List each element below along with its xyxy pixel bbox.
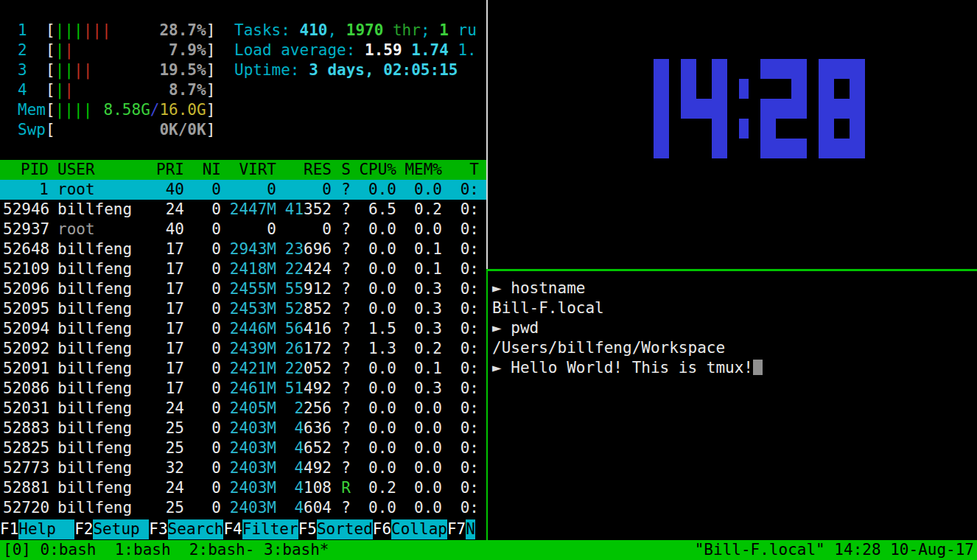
process-s: ? (332, 379, 351, 399)
process-cpu: 0.0 (351, 279, 396, 299)
res-low-digits: 852 (304, 300, 332, 318)
htop-pane[interactable]: 1 [||||||28.7%]2 [||7.9%]3 [||||19.5%]4 … (0, 0, 486, 540)
meter-value-part: 16.0G (159, 101, 206, 119)
clock-cell (791, 119, 807, 139)
res-low-digits: 424 (304, 260, 332, 278)
process-cpu: 0.0 (351, 239, 396, 259)
process-pid: 52092 (3, 339, 49, 359)
fnkey-f6-label[interactable]: Collap (391, 519, 447, 539)
res-high-digits: 4 (294, 479, 304, 497)
process-row[interactable]: 52773billfeng3202403M4492?0.00.00: (0, 458, 486, 478)
res-low-digits: 352 (304, 200, 332, 218)
terminal-pane[interactable]: ► hostnameBill-F.local► pwd/Users/billfe… (488, 271, 977, 540)
process-row[interactable]: 52086billfeng1702461M51492?0.00.30: (0, 379, 486, 399)
clock-cell (623, 139, 638, 158)
col-header-virt[interactable]: VIRT (221, 160, 276, 180)
process-pid: 52095 (3, 299, 49, 319)
res-low-digits: 492 (304, 379, 332, 397)
clock-cell (623, 99, 638, 119)
fnkey-f7[interactable]: F7 (447, 519, 466, 539)
process-cpu: 0.0 (351, 419, 396, 438)
col-header-time[interactable]: T (442, 160, 479, 180)
meter-bar-green: | (64, 61, 74, 79)
process-table[interactable]: PIDUSERPRINIVIRTRESSCPU%MEM%T1root40000?… (0, 160, 486, 518)
clock-pane[interactable] (488, 0, 977, 269)
process-row[interactable]: 52825billfeng2502403M4652?0.00.00: (0, 438, 486, 458)
process-pid: 52086 (3, 379, 49, 399)
process-pid: 52881 (3, 478, 49, 498)
process-row[interactable]: 52648billfeng1702943M23696?0.00.10: (0, 239, 486, 259)
fnkey-f3-label[interactable]: Search (168, 519, 224, 539)
clock-cell (696, 139, 712, 158)
process-mem: 0.3 (396, 379, 442, 399)
fnkey-f4[interactable]: F4 (223, 519, 242, 539)
col-header-res[interactable]: RES (276, 160, 332, 180)
process-row[interactable]: 52095billfeng1702453M52852?0.00.30: (0, 299, 486, 319)
clock-cell (638, 59, 654, 79)
process-row[interactable]: 52109billfeng1702418M22424?0.00.10: (0, 259, 486, 279)
process-row[interactable]: 52883billfeng2502403M4636?0.00.00: (0, 419, 486, 438)
terminal-cursor[interactable] (753, 360, 763, 375)
meter-bar-green: | (74, 21, 83, 39)
process-row[interactable]: 52091billfeng1702421M22052?0.00.10: (0, 359, 486, 379)
process-pid: 1 (3, 180, 49, 200)
process-time: 0: (442, 239, 479, 259)
process-user: billfeng (49, 379, 147, 399)
process-row[interactable]: 52720billfeng2502403M4604?0.00.00: (0, 498, 486, 518)
col-header-pri[interactable]: PRI (147, 160, 184, 180)
process-row[interactable]: 52092billfeng1702439M26172?1.30.20: (0, 339, 486, 359)
col-header-user[interactable]: USER (49, 160, 147, 180)
process-mem: 0.1 (396, 259, 442, 279)
clock-cell (712, 79, 727, 99)
col-header-pid[interactable]: PID (3, 160, 49, 180)
process-res: 55912 (276, 279, 332, 299)
meter-bar-green: | (55, 61, 65, 79)
res-low-digits: 696 (304, 240, 332, 258)
process-res: 0 (276, 180, 332, 200)
fnkey-f3[interactable]: F3 (149, 519, 167, 539)
process-cpu: 0.0 (351, 498, 396, 518)
process-row[interactable]: 52937root40000?0.00.00: (0, 220, 486, 239)
fnkey-f2-label[interactable]: Setup (93, 519, 149, 539)
meter-bars: |||| (55, 100, 93, 120)
function-key-bar[interactable]: F1Help F2Setup F3SearchF4FilterF5SortedF… (0, 519, 475, 539)
process-time: 0: (442, 220, 479, 239)
process-virt: 2418M (221, 259, 276, 279)
tmux-window-list[interactable]: [0] 0:bash 1:bash 2:bash- 3:bash* (3, 540, 329, 560)
col-header-ni[interactable]: NI (184, 160, 221, 180)
clock-cell (760, 59, 776, 79)
process-row[interactable]: 52881billfeng2402403M4108R0.20.00: (0, 478, 486, 498)
fnkey-f5[interactable]: F5 (298, 519, 317, 539)
col-header-mem[interactable]: MEM% (396, 160, 442, 180)
process-pri: 25 (147, 498, 184, 518)
fnkey-f5-label[interactable]: Sorted (317, 519, 373, 539)
process-mem: 0.0 (396, 220, 442, 239)
prompt-arrow-icon: ► (492, 359, 511, 377)
process-s: ? (332, 200, 351, 220)
fnkey-f6[interactable]: F6 (373, 519, 391, 539)
process-row[interactable]: 52096billfeng1702455M55912?0.00.30: (0, 279, 486, 299)
process-ni: 0 (184, 399, 221, 419)
fnkey-f1-label[interactable]: Help (18, 519, 74, 539)
res-low-digits: 492 (304, 459, 332, 477)
process-cpu: 6.5 (351, 200, 396, 220)
clock-cell (712, 119, 727, 139)
process-ni: 0 (184, 259, 221, 279)
col-header-cpu[interactable]: CPU% (351, 160, 396, 180)
clock-cell (760, 139, 776, 158)
process-row[interactable]: 52031billfeng2402405M2256?0.00.00: (0, 399, 486, 419)
col-header-s[interactable]: S (332, 160, 351, 180)
process-row[interactable]: 52094billfeng1702446M56416?1.50.30: (0, 319, 486, 339)
meter-label: Swp (18, 120, 46, 140)
process-row[interactable]: 52946billfeng2402447M41352?6.50.20: (0, 200, 486, 220)
fnkey-f2[interactable]: F2 (74, 519, 93, 539)
process-s: ? (332, 180, 351, 200)
fnkey-f4-label[interactable]: Filter (242, 519, 298, 539)
fnkey-f1[interactable]: F1 (0, 519, 18, 539)
clock-cell (712, 139, 727, 158)
process-row[interactable]: 1root40000?0.00.00: (0, 180, 486, 200)
clock-digit-1 (623, 59, 669, 158)
fnkey-f7-label[interactable]: N (466, 519, 475, 539)
process-table-header[interactable]: PIDUSERPRINIVIRTRESSCPU%MEM%T (0, 160, 486, 180)
process-pid: 52109 (3, 259, 49, 279)
